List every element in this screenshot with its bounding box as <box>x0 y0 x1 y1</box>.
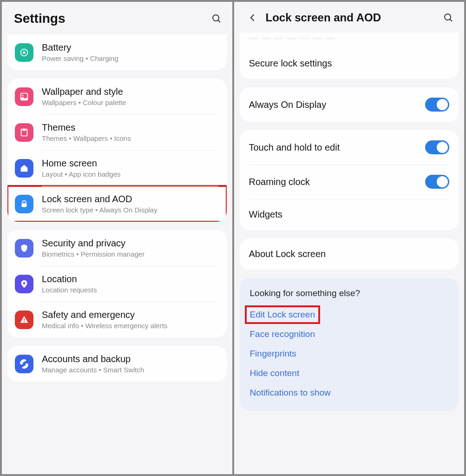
page-title: Settings <box>14 11 203 26</box>
row-subtitle: Medical info • Wireless emergency alerts <box>42 322 218 330</box>
battery-icon <box>15 43 33 62</box>
suggestion-link-finger[interactable]: Fingerprints <box>250 344 449 364</box>
row-title: Accounts and backup <box>42 353 218 364</box>
toggle-switch[interactable] <box>425 175 449 189</box>
search-icon <box>211 13 222 24</box>
search-button[interactable] <box>442 11 455 24</box>
row-subtitle: Layout • App icon badges <box>42 170 218 178</box>
lock-icon <box>15 195 33 213</box>
settings-item-battery[interactable]: BatteryPower saving • Charging <box>7 34 227 70</box>
home-icon <box>15 159 33 178</box>
suggestion-link-face[interactable]: Face recognition <box>250 324 449 344</box>
settings-group: — — — — — — —Secure lock settings <box>240 33 459 79</box>
page-title: Lock screen and AOD <box>266 11 436 24</box>
row-text: Lock screen and AODScreen lock type • Al… <box>42 193 218 214</box>
row-text: ThemesThemes • Wallpapers • Icons <box>42 122 218 143</box>
settings-item-lockscreen[interactable]: Lock screen and AODScreen lock type • Al… <box>7 186 227 222</box>
row-title: Always On Display <box>249 99 419 110</box>
settings-group: Accounts and backupManage accounts • Sma… <box>7 346 227 382</box>
settings-item-roaming[interactable]: Roaming clock <box>240 165 459 199</box>
settings-group: BatteryPower saving • Charging <box>7 34 227 70</box>
svg-rect-8 <box>22 203 27 207</box>
svg-point-0 <box>213 15 219 21</box>
row-title: Wallpaper and style <box>42 86 218 97</box>
svg-line-1 <box>218 20 220 22</box>
row-title: Battery <box>42 42 218 53</box>
settings-group: Always On Display <box>240 87 459 122</box>
alert-icon <box>15 311 33 329</box>
settings-item-about[interactable]: About Lock screen <box>240 238 459 270</box>
settings-group: Security and privacyBiometrics • Permiss… <box>7 230 227 337</box>
row-title: Safety and emergency <box>42 309 218 320</box>
scroll-cutoff: — — — — — — — <box>240 33 459 48</box>
row-title: Roaming clock <box>249 177 419 187</box>
row-subtitle: Wallpapers • Colour palette <box>42 99 218 107</box>
settings-item-location[interactable]: LocationLocation requests <box>7 266 227 302</box>
settings-item-security[interactable]: Security and privacyBiometrics • Permiss… <box>7 230 227 266</box>
row-title: Security and privacy <box>42 238 218 249</box>
row-subtitle: Manage accounts • Smart Switch <box>42 366 218 374</box>
row-subtitle: Themes • Wallpapers • Icons <box>42 134 218 143</box>
chevron-left-icon <box>248 13 257 22</box>
svg-rect-7 <box>22 129 26 131</box>
svg-point-9 <box>23 282 26 284</box>
settings-item-accounts[interactable]: Accounts and backupManage accounts • Sma… <box>7 346 227 382</box>
svg-rect-10 <box>24 318 25 321</box>
row-text: Home screenLayout • App icon badges <box>42 158 218 178</box>
suggestion-link-notif[interactable]: Notifications to show <box>250 383 449 403</box>
back-button[interactable] <box>246 11 259 24</box>
row-subtitle: Location requests <box>42 286 218 294</box>
row-title: Widgets <box>249 209 450 220</box>
row-text: Security and privacyBiometrics • Permiss… <box>42 238 218 258</box>
row-subtitle: Biometrics • Permission manager <box>42 250 218 258</box>
search-button[interactable] <box>210 12 223 25</box>
settings-group: About Lock screen <box>240 238 459 270</box>
row-text: Wallpaper and styleWallpapers • Colour p… <box>42 86 218 107</box>
location-icon <box>15 275 33 293</box>
svg-point-12 <box>445 14 451 20</box>
settings-item-wallpaper[interactable]: Wallpaper and styleWallpapers • Colour p… <box>7 79 227 114</box>
settings-item-touchhold[interactable]: Touch and hold to edit <box>240 130 459 165</box>
lockscreen-pane: Lock screen and AOD — — — — — — —Secure … <box>234 2 465 474</box>
suggestion-link-hide[interactable]: Hide content <box>250 364 449 383</box>
suggestion-link-editlock[interactable]: Edit Lock screen <box>246 307 319 323</box>
settings-item-aod[interactable]: Always On Display <box>240 87 459 122</box>
settings-group: Wallpaper and styleWallpapers • Colour p… <box>7 79 227 222</box>
toggle-switch[interactable] <box>425 140 449 154</box>
row-title: Lock screen and AOD <box>42 193 218 205</box>
row-title: Themes <box>42 122 218 133</box>
sync-icon <box>15 355 33 373</box>
lockscreen-list: — — — — — — —Secure lock settingsAlways … <box>234 33 465 474</box>
svg-point-5 <box>22 94 24 96</box>
row-text: LocationLocation requests <box>42 273 218 294</box>
toggle-switch[interactable] <box>425 98 449 112</box>
settings-item-safety[interactable]: Safety and emergencyMedical info • Wirel… <box>7 302 227 337</box>
settings-pane: Settings BatteryPower saving • ChargingW… <box>2 2 232 474</box>
row-title: Home screen <box>42 158 218 169</box>
row-text: Accounts and backupManage accounts • Sma… <box>42 353 218 374</box>
row-subtitle: Power saving • Charging <box>42 54 218 63</box>
suggestions-card: Looking for something else?Edit Lock scr… <box>240 278 459 411</box>
settings-group: Touch and hold to editRoaming clockWidge… <box>240 130 459 230</box>
row-text: Safety and emergencyMedical info • Wirel… <box>42 309 218 330</box>
row-subtitle: Screen lock type • Always On Display <box>42 206 218 214</box>
row-title: About Lock screen <box>249 249 450 259</box>
themes-icon <box>15 123 33 142</box>
svg-line-13 <box>450 19 452 21</box>
svg-point-3 <box>23 51 26 54</box>
settings-item-themes[interactable]: ThemesThemes • Wallpapers • Icons <box>7 114 227 150</box>
row-title: Touch and hold to edit <box>249 142 419 153</box>
row-title: Location <box>42 273 218 284</box>
settings-item-home[interactable]: Home screenLayout • App icon badges <box>7 150 227 186</box>
settings-item-securelock[interactable]: Secure lock settings <box>240 48 459 79</box>
settings-list: BatteryPower saving • ChargingWallpaper … <box>2 34 232 474</box>
row-title: Secure lock settings <box>249 58 450 69</box>
settings-header: Settings <box>2 2 232 34</box>
search-icon <box>443 12 454 23</box>
suggestions-heading: Looking for something else? <box>250 288 449 298</box>
lockscreen-header: Lock screen and AOD <box>234 2 465 33</box>
settings-item-widgets[interactable]: Widgets <box>240 199 459 230</box>
row-text: BatteryPower saving • Charging <box>42 42 218 63</box>
svg-rect-11 <box>24 321 25 322</box>
shield-icon <box>15 239 33 258</box>
